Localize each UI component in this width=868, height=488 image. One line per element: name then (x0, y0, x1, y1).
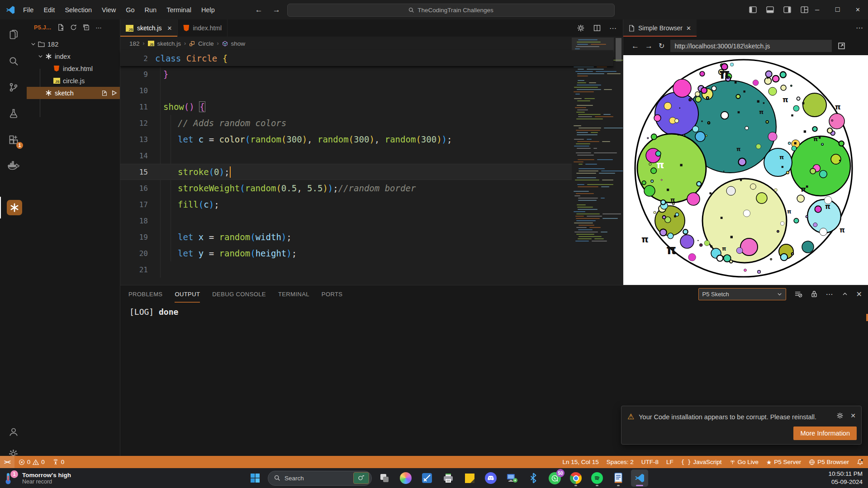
code-line-14[interactable]: 14 (120, 147, 613, 164)
code-line-9[interactable]: 9} (120, 66, 613, 82)
code-line-2[interactable]: 2class Circle { (120, 50, 613, 66)
menu-selection[interactable]: Selection (60, 4, 97, 16)
close-tab-icon[interactable]: ✕ (686, 25, 691, 32)
indentation-status[interactable]: Spaces: 2 (607, 459, 634, 465)
toggle-secondary-sidebar-icon[interactable] (783, 6, 791, 13)
extensions-icon[interactable]: 1 (0, 129, 27, 151)
cursor-position-status[interactable]: Ln 15, Col 15 (562, 459, 598, 465)
tab-terminal[interactable]: TERMINAL (278, 285, 309, 303)
code-line-17[interactable]: 17fill(c); (120, 196, 613, 213)
menu-run[interactable]: Run (140, 4, 162, 16)
notification-close-icon[interactable]: ✕ (850, 412, 856, 419)
printer-button[interactable] (440, 469, 457, 487)
minimize-button[interactable]: ─ (807, 0, 827, 19)
open-external-icon[interactable] (838, 42, 845, 50)
task-view-button[interactable] (376, 469, 393, 487)
remote-indicator[interactable]: >< (0, 456, 14, 468)
menu-go[interactable]: Go (121, 4, 139, 16)
taskbar-search[interactable]: Search (268, 471, 372, 486)
code-line-15[interactable]: 15stroke(0); (120, 164, 613, 180)
menu-view[interactable]: View (97, 4, 121, 16)
editor-more-actions-icon[interactable]: ⋯ (609, 24, 617, 33)
code-line-20[interactable]: 20let y = random(height); (120, 245, 613, 261)
breadcrumb-file[interactable]: sketch.js (157, 40, 181, 47)
toggle-sidebar-icon[interactable] (749, 6, 757, 13)
refresh-icon[interactable] (70, 24, 77, 31)
remote-desktop-button[interactable] (503, 469, 521, 487)
docker-icon[interactable] (0, 155, 27, 177)
menu-help[interactable]: Help (196, 4, 220, 16)
whatsapp-button[interactable]: 50 (546, 469, 563, 487)
tab-problems[interactable]: PROBLEMS (128, 285, 162, 303)
browser-forward-icon[interactable]: → (645, 42, 653, 51)
accounts-icon[interactable] (0, 421, 27, 443)
split-editor-icon[interactable] (593, 24, 601, 32)
breadcrumb-symbol-class[interactable]: Circle (198, 40, 214, 47)
sticky-scroll-line[interactable]: 2class Circle { (120, 50, 613, 66)
history-back-icon[interactable]: ← (255, 5, 263, 14)
output-channel-select[interactable]: P5 Sketch (698, 288, 786, 300)
close-panel-icon[interactable]: ✕ (856, 290, 862, 298)
open-sketch-icon[interactable] (101, 90, 108, 96)
vscode-taskbar-button[interactable] (631, 469, 648, 487)
tab-simple-browser[interactable]: Simple Browser ✕ (623, 19, 697, 37)
testing-icon[interactable] (0, 103, 27, 124)
go-live-status[interactable]: Go Live (730, 459, 759, 465)
p5-server-status[interactable]: ★P5 Server (766, 459, 801, 466)
encoding-status[interactable]: UTF-8 (641, 459, 659, 465)
code-line-19[interactable]: 19let x = random(width); (120, 229, 613, 245)
tab-sketch-js[interactable]: JS sketch.js ✕ (120, 19, 178, 37)
toggle-panel-icon[interactable] (766, 6, 774, 13)
maximize-panel-icon[interactable] (842, 291, 848, 297)
sticky-notes-button[interactable] (461, 469, 478, 487)
search-view-icon[interactable] (0, 50, 27, 72)
eol-status[interactable]: LF (666, 459, 674, 465)
start-button[interactable] (247, 469, 264, 487)
tree-row-circle-js[interactable]: JS circle.js (27, 75, 120, 87)
new-file-icon[interactable] (57, 24, 64, 31)
minimap[interactable] (572, 37, 614, 285)
code-line-16[interactable]: 16strokeWeight(random(0.5, 5.5));//rando… (120, 180, 613, 196)
code-line-10[interactable]: 10 (120, 82, 613, 99)
maximize-button[interactable]: ☐ (827, 0, 848, 19)
collapse-all-icon[interactable] (83, 24, 90, 31)
explorer-icon[interactable] (0, 24, 27, 46)
command-center-search[interactable]: TheCodingTrain Challenges (287, 4, 615, 17)
problems-status[interactable]: 0 0 (19, 459, 45, 465)
ports-status[interactable]: 0 (52, 459, 65, 465)
p5-run-icon[interactable] (577, 24, 585, 32)
url-input[interactable]: http://localhost:3000/182\sketch.js (670, 40, 832, 52)
browser-more-actions-icon[interactable]: ⋯ (856, 24, 863, 32)
tree-row-index-html[interactable]: index.html (27, 62, 120, 75)
explorer-more-icon[interactable]: ⋯ (95, 24, 102, 31)
code-line-13[interactable]: 13let c = color(random(300), random(300)… (120, 131, 613, 147)
source-control-icon[interactable] (0, 76, 27, 98)
panel-more-actions-icon[interactable]: ⋯ (826, 290, 834, 298)
weather-widget[interactable]: 1 Tomorrow's high Near record (4, 470, 71, 486)
notifications-bell-icon[interactable] (857, 459, 863, 465)
copilot-button[interactable] (397, 469, 414, 487)
snipping-tool-button[interactable] (418, 469, 436, 487)
code-editor[interactable]: 9}1011show() {12// Adds random colors13l… (120, 66, 613, 285)
lock-output-icon[interactable] (811, 290, 817, 298)
code-line-21[interactable]: 21 (120, 261, 613, 278)
close-tab-icon[interactable]: ✕ (167, 25, 172, 32)
tree-row-folder-index[interactable]: index (27, 50, 120, 62)
browser-reload-icon[interactable]: ↻ (659, 42, 664, 50)
chrome-button[interactable] (567, 469, 584, 487)
p5-extension-icon[interactable] (0, 197, 28, 218)
scrollbar-thumb[interactable] (616, 38, 621, 62)
run-sketch-play-icon[interactable] (111, 90, 117, 96)
tab-index-html[interactable]: index.html (178, 19, 228, 37)
menu-edit[interactable]: Edit (38, 4, 60, 16)
tree-row-sketch[interactable]: sketch (27, 87, 120, 99)
close-button[interactable]: ✕ (848, 0, 868, 19)
clear-output-icon[interactable] (795, 291, 802, 298)
browser-back-icon[interactable]: ← (631, 42, 639, 51)
discord-button[interactable] (482, 469, 499, 487)
code-line-11[interactable]: 11show() { (120, 99, 613, 115)
tab-debug-console[interactable]: DEBUG CONSOLE (212, 285, 266, 303)
taskbar-clock[interactable]: 10:50:11 PM 05-09-2024 (828, 470, 863, 486)
tab-output[interactable]: OUTPUT (175, 285, 200, 303)
code-line-18[interactable]: 18 (120, 213, 613, 229)
